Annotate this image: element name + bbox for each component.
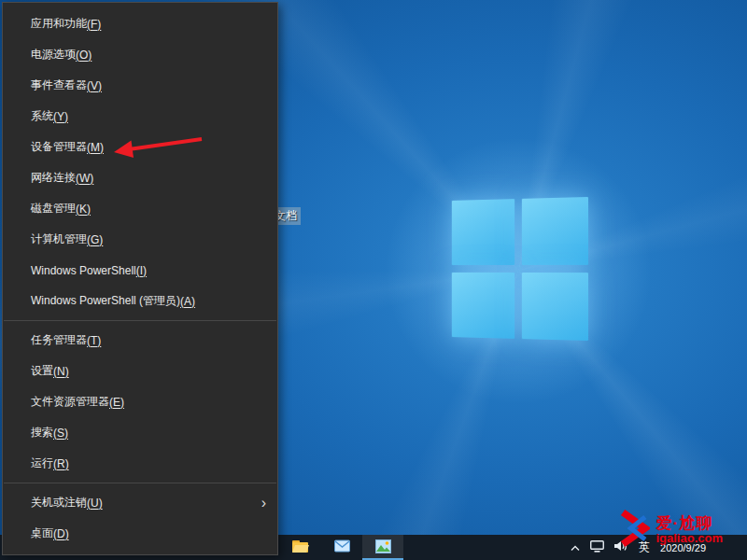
menu-item-label: 应用和功能 bbox=[31, 16, 87, 32]
menu-item-mnemonic: G bbox=[87, 233, 103, 246]
menu-item-y[interactable]: 系统Y bbox=[3, 101, 277, 132]
menu-item-label: 文件资源管理器 bbox=[31, 394, 109, 410]
taskbar-apps bbox=[280, 535, 403, 560]
menu-item-mnemonic: D bbox=[53, 527, 69, 540]
menu-item-s[interactable]: 搜索S bbox=[3, 417, 277, 448]
menu-item-mnemonic: I bbox=[136, 264, 147, 277]
menu-item-label: 磁盘管理 bbox=[31, 201, 76, 217]
menu-item-label: 计算机管理 bbox=[31, 231, 87, 247]
menu-item-mnemonic: R bbox=[53, 457, 69, 470]
menu-separator bbox=[4, 320, 276, 321]
menu-item-i[interactable]: Windows PowerShellI bbox=[3, 255, 277, 286]
mail-icon bbox=[334, 539, 350, 555]
menu-item-u[interactable]: 关机或注销U› bbox=[3, 487, 277, 518]
menu-item-g[interactable]: 计算机管理G bbox=[3, 224, 277, 255]
windows-logo bbox=[452, 197, 588, 341]
taskbar-app-mail[interactable] bbox=[321, 535, 362, 560]
taskbar-app-photos[interactable] bbox=[362, 535, 403, 560]
menu-item-label: 桌面 bbox=[31, 525, 53, 541]
menu-item-mnemonic: W bbox=[76, 172, 93, 185]
menu-item-label: 设备管理器 bbox=[31, 139, 87, 155]
taskbar-app-file-explorer[interactable] bbox=[280, 535, 321, 560]
menu-item-v[interactable]: 事件查看器V bbox=[3, 70, 277, 101]
menu-item-e[interactable]: 文件资源管理器E bbox=[3, 386, 277, 417]
menu-item-t[interactable]: 任务管理器T bbox=[3, 325, 277, 356]
menu-item-r[interactable]: 运行R bbox=[3, 448, 277, 479]
menu-item-mnemonic: T bbox=[87, 334, 101, 347]
context-menu: 应用和功能F电源选项O事件查看器V系统Y设备管理器M网络连接W磁盘管理K计算机管… bbox=[2, 2, 278, 555]
menu-item-d[interactable]: 桌面D bbox=[3, 518, 277, 549]
windows-logo-pane bbox=[452, 273, 514, 339]
menu-item-k[interactable]: 磁盘管理K bbox=[3, 193, 277, 224]
volume-tray-button[interactable] bbox=[614, 540, 628, 554]
menu-item-m[interactable]: 设备管理器M bbox=[3, 132, 277, 162]
system-tray: 英 2020/9/29 bbox=[571, 535, 706, 560]
menu-item-label: Windows PowerShell (管理员) bbox=[31, 293, 180, 309]
menu-item-label: 搜索 bbox=[31, 425, 53, 441]
hidden-icons-button[interactable] bbox=[571, 540, 580, 554]
menu-item-mnemonic: M bbox=[87, 141, 104, 154]
menu-item-label: 运行 bbox=[31, 455, 53, 471]
menu-item-mnemonic: N bbox=[53, 365, 69, 378]
menu-item-mnemonic: V bbox=[87, 79, 102, 92]
volume-icon bbox=[614, 540, 628, 554]
menu-item-label: 关机或注销 bbox=[31, 495, 87, 511]
ime-indicator[interactable]: 英 bbox=[639, 539, 650, 555]
menu-item-o[interactable]: 电源选项O bbox=[3, 39, 277, 70]
windows-logo-pane bbox=[522, 273, 588, 341]
tray-clock[interactable]: 2020/9/29 bbox=[660, 542, 706, 553]
menu-item-label: 电源选项 bbox=[31, 47, 76, 63]
menu-item-label: 系统 bbox=[31, 108, 53, 124]
menu-item-label: 事件查看器 bbox=[31, 77, 87, 93]
file-explorer-icon bbox=[292, 539, 309, 556]
menu-item-mnemonic: O bbox=[76, 49, 92, 62]
monitor-icon bbox=[590, 540, 604, 555]
menu-item-w[interactable]: 网络连接W bbox=[3, 162, 277, 193]
menu-item-label: Windows PowerShell bbox=[31, 264, 136, 277]
menu-item-f[interactable]: 应用和功能F bbox=[3, 8, 277, 39]
windows-logo-pane bbox=[452, 199, 514, 265]
menu-item-mnemonic: F bbox=[87, 18, 101, 31]
menu-item-n[interactable]: 设置N bbox=[3, 356, 277, 386]
menu-item-label: 任务管理器 bbox=[31, 332, 87, 348]
chevron-right-icon: › bbox=[261, 496, 266, 511]
menu-item-label: 网络连接 bbox=[31, 170, 76, 186]
menu-item-mnemonic: U bbox=[87, 497, 103, 510]
display-tray-button[interactable] bbox=[590, 540, 604, 555]
menu-item-mnemonic: E bbox=[109, 396, 124, 409]
windows-logo-pane bbox=[522, 197, 588, 265]
menu-item-mnemonic: A bbox=[180, 295, 195, 308]
menu-separator bbox=[4, 483, 276, 483]
menu-item-mnemonic: Y bbox=[53, 110, 68, 123]
menu-item-mnemonic: K bbox=[76, 203, 91, 216]
photos-icon bbox=[375, 539, 391, 556]
menu-item-label: 设置 bbox=[31, 363, 53, 379]
menu-item-a[interactable]: Windows PowerShell (管理员)A bbox=[3, 286, 277, 316]
chevron-up-icon bbox=[571, 540, 580, 554]
menu-item-mnemonic: S bbox=[53, 427, 68, 440]
